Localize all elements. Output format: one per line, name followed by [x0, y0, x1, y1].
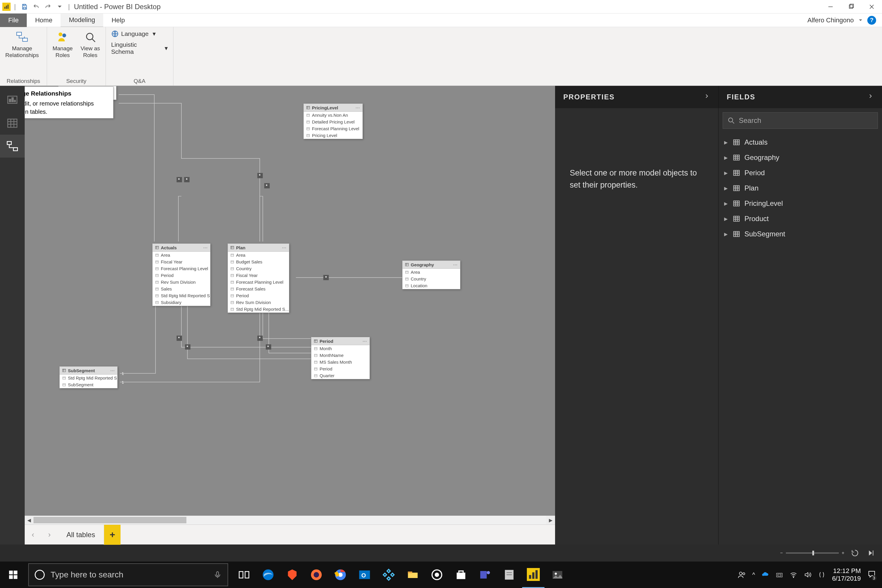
svg-rect-102	[231, 294, 233, 297]
svg-point-204	[742, 573, 745, 575]
scroll-left-icon[interactable]: ◀	[25, 516, 33, 525]
powerbi-taskbar-icon[interactable]	[522, 561, 544, 588]
task-view-icon[interactable]	[233, 561, 255, 588]
volume-icon[interactable]	[804, 571, 812, 579]
teams-icon[interactable]	[474, 561, 496, 588]
settings-icon[interactable]	[426, 561, 448, 588]
outlook-icon[interactable]: O	[353, 561, 376, 588]
svg-text:*: *	[259, 336, 261, 341]
taskbar-search[interactable]: Type here to search	[28, 563, 228, 586]
help-button[interactable]: ?	[867, 16, 876, 25]
model-view-button[interactable]	[0, 135, 25, 158]
chrome-icon[interactable]	[329, 561, 352, 588]
brave-icon[interactable]	[281, 561, 303, 588]
linguistic-schema-dropdown[interactable]: Linguistic Schema ▾	[110, 40, 170, 57]
canvas-hscrollbar[interactable]: ◀ ▶	[25, 516, 555, 525]
manage-relationships-button[interactable]: Manage Relationships	[3, 29, 41, 60]
table-Plan[interactable]: Plan⋯AreaBudget SalesCountryFiscal YearF…	[228, 243, 289, 313]
zoom-control[interactable]: − +	[780, 550, 844, 556]
cortana-icon	[35, 570, 45, 580]
view-as-roles-button[interactable]: View as Roles	[78, 29, 103, 60]
table-Period[interactable]: Period⋯MonthMonthNameMS Sales MonthPerio…	[311, 337, 370, 379]
field-table-subsegment[interactable]: ▸SubSegment	[722, 226, 879, 242]
table-Geography[interactable]: Geography⋯AreaCountryLocation	[402, 261, 460, 289]
tray-chevron-icon[interactable]: ^	[752, 572, 755, 578]
svg-rect-120	[314, 347, 317, 350]
reset-zoom-button[interactable]	[850, 548, 860, 558]
fields-search[interactable]: Search	[723, 112, 878, 129]
svg-rect-128	[314, 374, 317, 376]
svg-rect-206	[778, 574, 781, 576]
user-chevron-icon[interactable]	[858, 18, 863, 23]
table-PricingLevel[interactable]: PricingLevel⋯Annuity vs.Non AnDetailed P…	[303, 104, 363, 139]
report-view-button[interactable]	[0, 89, 25, 112]
field-table-period[interactable]: ▸Period	[722, 165, 879, 180]
field-table-pricinglevel[interactable]: ▸PricingLevel	[722, 196, 879, 211]
notifications-icon[interactable]: 3	[867, 570, 876, 580]
svg-rect-81	[156, 288, 158, 290]
scroll-right-icon[interactable]: ▶	[546, 516, 555, 525]
edge-icon[interactable]	[257, 561, 279, 588]
people-icon[interactable]	[738, 571, 746, 579]
svg-rect-90	[231, 254, 233, 256]
close-button[interactable]	[861, 0, 882, 14]
window-title: Untitled - Power BI Desktop	[74, 3, 160, 11]
tab-help[interactable]: Help	[103, 14, 133, 27]
tooltip-manage-relationships: Manage Relationships Add, edit, or remov…	[25, 86, 114, 118]
notes-icon[interactable]	[498, 561, 520, 588]
add-tab-button[interactable]: +	[104, 525, 120, 545]
file-explorer-icon[interactable]	[402, 561, 424, 588]
model-canvas[interactable]: Manage Relationships Add, edit, or remov…	[25, 86, 555, 516]
svg-point-12	[58, 32, 62, 36]
qat-customize[interactable]	[55, 2, 64, 12]
field-table-geography[interactable]: ▸Geography	[722, 150, 879, 165]
data-view-button[interactable]	[0, 112, 25, 135]
properties-header[interactable]: PROPERTIES	[555, 86, 718, 108]
save-button[interactable]	[20, 2, 29, 12]
tab-prev[interactable]: ‹	[25, 525, 41, 545]
fields-header[interactable]: FIELDS	[718, 86, 882, 108]
language-dropdown[interactable]: Language ▾	[110, 29, 170, 39]
tab-all-tables[interactable]: All tables	[58, 525, 104, 545]
collapse-icon[interactable]	[704, 93, 710, 101]
store-icon[interactable]	[450, 561, 472, 588]
maximize-button[interactable]	[841, 0, 861, 14]
svg-rect-199	[532, 572, 534, 579]
tab-next[interactable]: ›	[41, 525, 58, 545]
user-name[interactable]: Alfero Chingono	[807, 16, 854, 24]
svg-rect-115	[405, 284, 408, 286]
taskbar-clock[interactable]: 12:12 PM 6/17/2019	[832, 567, 861, 583]
ribbon: Manage Relationships Relationships Manag…	[0, 27, 882, 86]
undo-button[interactable]	[31, 2, 41, 12]
photos-icon[interactable]	[546, 561, 568, 588]
table-SubSegment[interactable]: SubSegment⋯Std Rptg Mid Reported S...Sub…	[59, 366, 118, 388]
minimize-button[interactable]	[820, 0, 841, 14]
table-Actuals[interactable]: Actuals⋯AreaFiscal YearForecast Planning…	[152, 243, 210, 306]
manage-roles-button[interactable]: Manage Roles	[50, 29, 75, 60]
input-icon[interactable]	[818, 571, 825, 579]
svg-rect-20	[14, 100, 16, 102]
properties-panel: PROPERTIES Select one or more model obje…	[555, 86, 718, 544]
start-button[interactable]	[0, 561, 27, 588]
field-table-actuals[interactable]: ▸Actuals	[722, 135, 879, 150]
svg-point-14	[86, 33, 93, 40]
svg-point-193	[487, 571, 490, 574]
collapse-icon[interactable]	[867, 93, 874, 101]
fields-panel: FIELDS Search ▸Actuals▸Geography▸Period▸…	[718, 86, 882, 544]
svg-rect-85	[156, 301, 158, 303]
app-generic-icon[interactable]	[378, 561, 400, 588]
svg-rect-159	[734, 201, 740, 206]
tab-modeling[interactable]: Modeling	[61, 14, 103, 27]
field-table-plan[interactable]: ▸Plan	[722, 180, 879, 196]
svg-rect-11	[22, 38, 27, 42]
field-table-product[interactable]: ▸Product	[722, 211, 879, 226]
wifi-icon[interactable]	[790, 571, 797, 579]
fit-to-screen-button[interactable]	[866, 548, 876, 558]
svg-rect-124	[314, 361, 317, 363]
tab-home[interactable]: Home	[27, 14, 61, 27]
redo-button[interactable]	[43, 2, 53, 12]
tab-file[interactable]: File	[0, 14, 27, 27]
mic-icon[interactable]	[213, 571, 222, 579]
firefox-icon[interactable]	[305, 561, 327, 588]
onedrive-icon[interactable]	[762, 571, 769, 579]
